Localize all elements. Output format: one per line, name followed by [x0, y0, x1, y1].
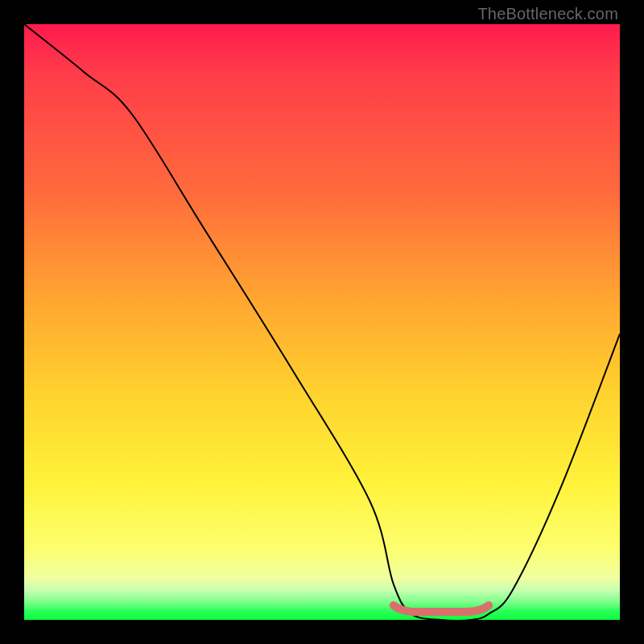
- watermark-text: TheBottleneck.com: [477, 5, 618, 23]
- chart-plot-area: [24, 24, 620, 620]
- chart-heat-gradient: [24, 24, 620, 620]
